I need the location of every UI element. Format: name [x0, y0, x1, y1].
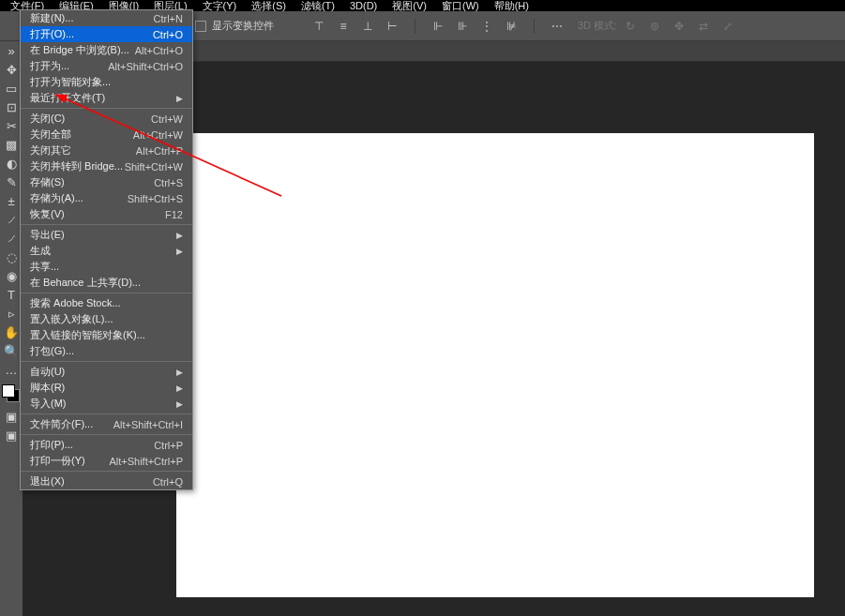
scale-icon[interactable]: ⤢: [720, 19, 735, 34]
show-transform-controls-checkbox[interactable]: [195, 21, 206, 32]
menu-3D(D)[interactable]: 3D(D): [342, 0, 385, 11]
menu-窗口(W)[interactable]: 窗口(W): [434, 0, 487, 13]
menu-item[interactable]: 导出(E)▶: [21, 227, 192, 243]
menu-item[interactable]: 置入嵌入对象(L)...: [21, 311, 192, 327]
menu-item-label: 打开(O)...: [30, 27, 153, 41]
menu-item[interactable]: 共享...: [21, 259, 192, 275]
menu-item-label: 存储(S): [30, 175, 154, 189]
shortcut-label: F12: [165, 209, 183, 220]
menu-item-label: 打开为...: [30, 59, 108, 73]
menu-item[interactable]: 在 Behance 上共享(D)...: [21, 275, 192, 291]
menu-item[interactable]: 新建(N)...Ctrl+N: [21, 10, 192, 26]
menu-item[interactable]: 置入链接的智能对象(K)...: [21, 327, 192, 343]
menu-item[interactable]: 恢复(V)F12: [21, 206, 192, 222]
menu-item-label: 共享...: [30, 260, 183, 274]
shortcut-label: Ctrl+P: [154, 440, 183, 451]
shortcut-label: Shift+Ctrl+S: [128, 193, 183, 204]
menu-item-label: 导出(E): [30, 228, 176, 242]
menu-item[interactable]: 文件简介(F)...Alt+Shift+Ctrl+I: [21, 416, 192, 432]
submenu-arrow-icon: ▶: [176, 94, 183, 103]
menu-item[interactable]: 在 Bridge 中浏览(B)...Alt+Ctrl+O: [21, 42, 192, 58]
menu-item-label: 置入嵌入对象(L)...: [30, 312, 183, 326]
menu-item[interactable]: 存储(S)Ctrl+S: [21, 174, 192, 190]
shortcut-label: Ctrl+Q: [153, 476, 183, 488]
shortcut-label: Ctrl+W: [151, 113, 183, 125]
menu-item-label: 关闭其它: [30, 143, 136, 158]
menu-item-label: 存储为(A)...: [30, 191, 128, 205]
document-canvas[interactable]: [176, 133, 814, 597]
submenu-arrow-icon: ▶: [176, 368, 183, 377]
menu-item-label: 在 Bridge 中浏览(B)...: [30, 43, 135, 57]
align-bottom-icon[interactable]: ⊥: [360, 19, 375, 34]
menu-视图(V)[interactable]: 视图(V): [385, 0, 434, 13]
menu-separator: [21, 293, 192, 293]
shortcut-label: Alt+Ctrl+O: [135, 45, 183, 56]
distribute-v-icon[interactable]: ⊪: [455, 19, 470, 34]
menu-item-label: 文件简介(F)...: [30, 417, 113, 431]
menu-item-label: 关闭(C): [30, 112, 151, 126]
menu-item[interactable]: 关闭其它Alt+Ctrl+P: [21, 143, 192, 158]
menu-item-label: 新建(N)...: [30, 11, 154, 25]
pan-icon[interactable]: ✥: [671, 19, 687, 34]
orbit-icon[interactable]: ↻: [623, 19, 638, 34]
align-top-icon[interactable]: ⊤: [311, 19, 326, 34]
submenu-arrow-icon: ▶: [176, 399, 183, 409]
slide-icon[interactable]: ⇄: [696, 19, 711, 34]
menu-item[interactable]: 关闭全部Alt+Ctrl+W: [21, 127, 192, 143]
menu-选择(S)[interactable]: 选择(S): [244, 0, 294, 13]
menu-separator: [21, 108, 192, 109]
shortcut-label: Alt+Shift+Ctrl+P: [109, 456, 183, 467]
menu-item[interactable]: 关闭并转到 Bridge...Shift+Ctrl+W: [21, 158, 192, 174]
submenu-arrow-icon: ▶: [176, 231, 183, 240]
submenu-arrow-icon: ▶: [176, 247, 183, 256]
align-vcenter-icon[interactable]: ≡: [336, 19, 351, 34]
menu-item[interactable]: 打开(O)...Ctrl+O: [21, 26, 192, 42]
menu-item[interactable]: 最近打开文件(T)▶: [21, 90, 192, 106]
menu-item-label: 打包(G)...: [30, 344, 183, 358]
menu-item[interactable]: 搜索 Adobe Stock...: [21, 295, 192, 311]
menu-item-label: 脚本(R): [30, 381, 176, 395]
menu-item-label: 打开为智能对象...: [30, 75, 183, 89]
roll-icon[interactable]: ⊚: [647, 19, 662, 34]
shortcut-label: Alt+Shift+Ctrl+I: [113, 419, 183, 430]
menu-item-label: 生成: [30, 244, 176, 258]
menu-item[interactable]: 导入(M)▶: [21, 396, 192, 412]
menu-item-label: 打印一份(Y): [30, 454, 109, 468]
show-transform-controls-label: 显示变换控件: [212, 19, 274, 33]
menu-item[interactable]: 打开为智能对象...: [21, 74, 192, 90]
menu-item[interactable]: 打开为...Alt+Shift+Ctrl+O: [21, 58, 192, 74]
menu-item[interactable]: 自动(U)▶: [21, 364, 192, 380]
more-icon[interactable]: ⋯: [550, 19, 565, 34]
menu-item-label: 关闭全部: [30, 128, 133, 142]
shortcut-label: Ctrl+O: [153, 29, 183, 40]
submenu-arrow-icon: ▶: [176, 383, 183, 393]
menu-滤镜(T)[interactable]: 滤镜(T): [294, 0, 342, 13]
menu-item[interactable]: 关闭(C)Ctrl+W: [21, 111, 192, 127]
menu-item[interactable]: 退出(X)Ctrl+Q: [21, 473, 192, 489]
menu-item-label: 自动(U): [30, 365, 176, 379]
menu-item[interactable]: 生成▶: [21, 243, 192, 259]
menu-item[interactable]: 存储为(A)...Shift+Ctrl+S: [21, 190, 192, 206]
menu-separator: [21, 413, 192, 414]
toolbar-divider: [415, 19, 415, 34]
menu-separator: [21, 434, 192, 435]
distribute-spacing-icon[interactable]: ⊯: [504, 19, 519, 34]
threeD-mode-label: 3D 模式:: [578, 19, 617, 33]
distribute-center-icon[interactable]: ⋮: [479, 19, 494, 34]
menu-separator: [21, 361, 192, 362]
menu-item-label: 关闭并转到 Bridge...: [30, 159, 125, 173]
menu-separator: [21, 224, 192, 225]
menu-item[interactable]: 打包(G)...: [21, 343, 192, 359]
foreground-swatch[interactable]: [2, 384, 15, 398]
menu-item[interactable]: 打印一份(Y)Alt+Shift+Ctrl+P: [21, 453, 192, 469]
shortcut-label: Ctrl+S: [154, 177, 183, 188]
align-left-icon[interactable]: ⊢: [385, 19, 400, 34]
menu-文字(Y)[interactable]: 文字(Y): [195, 0, 245, 13]
menu-帮助(H)[interactable]: 帮助(H): [487, 0, 536, 13]
menu-item[interactable]: 打印(P)...Ctrl+P: [21, 437, 192, 453]
distribute-h-icon[interactable]: ⊩: [430, 19, 445, 34]
shortcut-label: Ctrl+N: [154, 13, 183, 24]
menu-item-label: 退出(X): [30, 474, 153, 488]
menu-item[interactable]: 脚本(R)▶: [21, 380, 192, 396]
shortcut-label: Alt+Ctrl+W: [133, 129, 183, 141]
